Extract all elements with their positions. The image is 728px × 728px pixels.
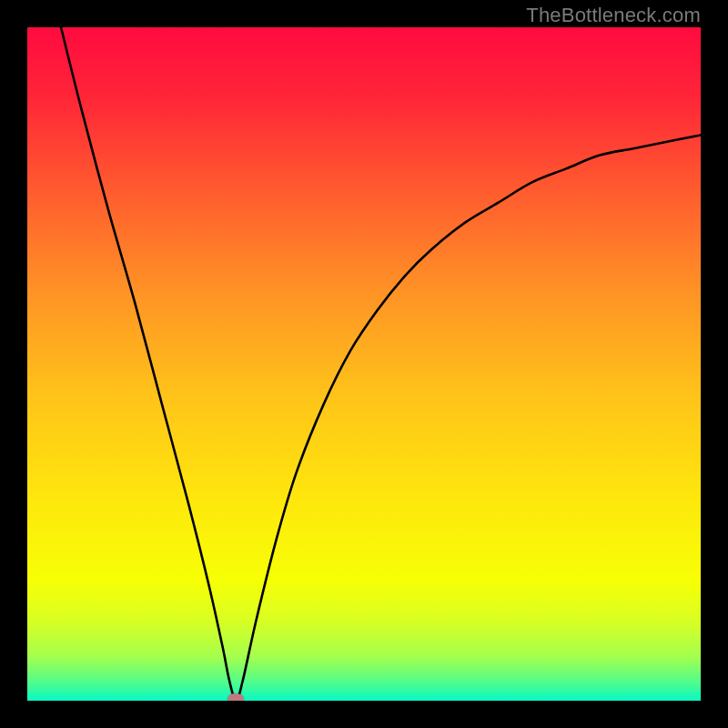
- bottleneck-curve: [61, 27, 701, 701]
- plot-area: [27, 27, 701, 701]
- curve-layer: [27, 27, 701, 701]
- minimum-marker: [228, 693, 244, 701]
- watermark-text: TheBottleneck.com: [526, 4, 701, 27]
- chart-frame: TheBottleneck.com: [0, 0, 728, 728]
